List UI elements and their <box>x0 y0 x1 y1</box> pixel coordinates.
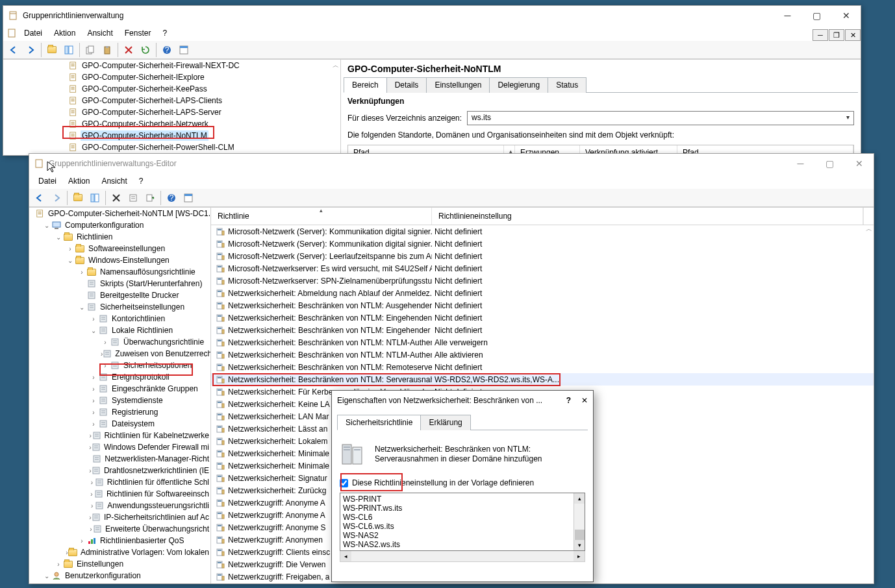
exception-item[interactable]: WS-CL6.ws.its <box>343 522 571 531</box>
tab-bereich[interactable]: Bereich <box>344 77 387 93</box>
maximize-button[interactable]: ▢ <box>802 6 831 25</box>
policy-row[interactable]: Microsoft-Netzwerkserver: SPN-Zielnamenü… <box>211 275 874 287</box>
expand-icon[interactable]: › <box>66 245 75 252</box>
define-template-checkbox[interactable] <box>340 479 348 487</box>
help-button[interactable]: ? <box>164 190 179 206</box>
policy-row[interactable]: Netzwerksicherheit: Beschränken von NTLM… <box>211 361 874 373</box>
gpo-tree[interactable]: GPO-Computer-Sicherheit-Firewall-NEXT-DC… <box>3 60 341 155</box>
titlebar[interactable]: Gruppenrichtlinienverwaltungs-Editor ─ ▢… <box>29 154 874 173</box>
export-button[interactable] <box>142 190 158 206</box>
tree-item[interactable]: GPO-Computer-Sicherheit-NoNTLM [WS-DC1.W <box>29 208 210 219</box>
policy-row[interactable]: Netzwerksicherheit: Beschränken von NTLM… <box>211 336 874 349</box>
policy-row[interactable]: Netzwerksicherheit: Beschränken von NTLM… <box>211 299 874 312</box>
mdi-minimize[interactable]: ─ <box>813 29 828 41</box>
show-hide-tree-button[interactable] <box>87 190 103 206</box>
tree-item[interactable]: › Richtlinien für öffentliche Schl <box>29 476 210 488</box>
forward-button[interactable] <box>49 190 64 206</box>
mdi-close[interactable]: ✕ <box>845 29 861 41</box>
close-button[interactable]: ✕ <box>831 6 861 25</box>
titlebar[interactable]: Gruppenrichtlinienverwaltung ─ ▢ ✕ <box>3 6 861 25</box>
policy-row[interactable]: Netzwerksicherheit: Abmeldung nach Ablau… <box>211 287 874 299</box>
menu-aktion[interactable]: Aktion <box>49 27 81 40</box>
menu-ansicht[interactable]: Ansicht <box>82 27 118 40</box>
close-icon[interactable]: ✕ <box>581 396 588 405</box>
tree-item[interactable]: › Richtlinien für Softwareeinsch <box>29 488 210 500</box>
exception-item[interactable]: WS-CL6 <box>343 513 571 522</box>
tree-item[interactable]: › Windows Defender Firewall mi <box>29 441 210 453</box>
tree-item[interactable]: GPO-Computer-Sicherheit-PowerShell-CLM <box>3 141 340 153</box>
menu-?[interactable]: ? <box>134 175 149 188</box>
menu-aktion[interactable]: Aktion <box>63 175 95 188</box>
back-button[interactable] <box>6 42 21 58</box>
dialog-titlebar[interactable]: Eigenschaften von Netzwerksicherheit: Be… <box>332 391 593 410</box>
tree-item[interactable]: › Zuweisen von Benutzerrech <box>29 348 210 360</box>
tab-einstellungen[interactable]: Einstellungen <box>426 77 490 93</box>
policy-row[interactable]: Netzwerksicherheit: Beschränken von NTLM… <box>211 312 874 324</box>
policy-row[interactable]: Netzwerksicherheit: Beschränken von NTLM… <box>211 373 874 386</box>
policy-row[interactable]: Netzwerksicherheit: Beschränken von NTLM… <box>211 349 874 361</box>
scroll-down-icon[interactable]: ▾ <box>574 540 585 550</box>
tree-item[interactable]: › Sicherheitsoptionen <box>29 360 210 371</box>
scroll-up-icon[interactable]: ︿ <box>866 225 872 234</box>
expand-icon[interactable]: › <box>101 339 110 346</box>
expand-icon[interactable]: › <box>77 269 86 276</box>
menu-datei[interactable]: Datei <box>33 175 62 188</box>
exception-item[interactable]: WS-PRINT <box>343 495 571 504</box>
tree-item[interactable]: ⌄ Lokale Richtlinien <box>29 325 210 336</box>
dlg-tab-1[interactable]: Erklärung <box>420 415 470 430</box>
policy-row[interactable]: Microsoft-Netzwerk (Server): Kommunikati… <box>211 238 874 250</box>
menu-datei[interactable]: Datei <box>19 27 47 40</box>
tree-item[interactable]: › Systemdienste <box>29 395 210 406</box>
policy-row[interactable]: Microsoft-Netzwerk (Server): Leerlaufzei… <box>211 250 874 262</box>
settings-tree[interactable]: GPO-Computer-Sicherheit-NoNTLM [WS-DC1.W… <box>29 208 211 583</box>
maximize-button[interactable]: ▢ <box>815 154 844 173</box>
minimize-button[interactable]: ─ <box>773 6 802 25</box>
policy-row[interactable]: Microsoft-Netzwerk (Server): Kommunikati… <box>211 225 874 238</box>
col-policy[interactable]: Richtlinie <box>211 208 432 225</box>
scroll-up-icon[interactable]: ︿ <box>333 61 339 70</box>
tree-item[interactable]: GPO-Computer-Sicherheit-LAPS-Server <box>3 106 340 118</box>
expand-icon[interactable]: › <box>89 315 98 323</box>
tree-item[interactable]: › Drahtlosnetzwerkrichtlinien (IE <box>29 465 210 476</box>
tree-item[interactable]: › Eingeschränkte Gruppen <box>29 383 210 395</box>
dlg-tab-0[interactable]: Sicherheitsrichtlinie <box>337 415 421 430</box>
tree-item[interactable]: › Namensauflösungsrichtlinie <box>29 266 210 278</box>
back-button[interactable] <box>32 190 47 206</box>
policy-row[interactable]: Netzwerksicherheit: Beschränken von NTLM… <box>211 324 874 336</box>
scroll-up-icon[interactable]: ▴ <box>574 493 585 504</box>
tree-item[interactable]: › Richtlinien für Kabelnetzwerke <box>29 430 210 441</box>
col-setting[interactable]: Richtlinieneinstellung <box>432 208 863 225</box>
expand-icon[interactable]: ⌄ <box>42 222 51 229</box>
expand-icon[interactable]: › <box>54 561 63 568</box>
filter-button[interactable] <box>181 190 196 206</box>
tree-item[interactable]: GPO-Computer-Sicherheit-Netzwerk <box>3 118 340 130</box>
tree-item[interactable]: › Überwachungsrichtlinie <box>29 336 210 348</box>
exception-item[interactable]: WS-PRINT.ws.its <box>343 504 571 513</box>
tree-item[interactable]: ⌄ Windows-Einstellungen <box>29 254 210 266</box>
tree-item[interactable]: GPO-Computer-Sicherheit-KeePass <box>3 83 340 95</box>
directory-combo[interactable]: ws.its <box>467 111 854 125</box>
help-button[interactable]: ? <box>159 42 175 58</box>
menu-?[interactable]: ? <box>157 27 172 40</box>
up-folder-button[interactable] <box>70 190 86 206</box>
menu-ansicht[interactable]: Ansicht <box>96 175 132 188</box>
paste-button[interactable] <box>99 42 115 58</box>
expand-icon[interactable]: › <box>89 421 98 428</box>
tree-item[interactable]: GPO-Computer-Sicherheit-IExplore <box>3 71 340 83</box>
refresh-button[interactable] <box>138 42 153 58</box>
expand-icon[interactable]: › <box>89 397 98 404</box>
tree-item[interactable]: ⌄ Benutzerkonfiguration <box>29 570 210 582</box>
delete-button[interactable] <box>121 42 136 58</box>
tree-item[interactable]: › Richtlinienbasierter QoS <box>29 535 210 546</box>
menu-fenster[interactable]: Fenster <box>120 27 157 40</box>
copy-button[interactable] <box>82 42 98 58</box>
tree-item[interactable]: › Kontorichtlinien <box>29 313 210 325</box>
scroll-left-icon[interactable]: ◂ <box>340 551 351 561</box>
horizontal-scrollbar[interactable]: ◂ ▸ <box>340 551 585 562</box>
scroll-thumb[interactable] <box>575 530 585 541</box>
tree-item[interactable]: ⌄ Richtlinien <box>29 231 210 243</box>
tree-item[interactable]: ⌄ Computerkonfiguration <box>29 219 210 231</box>
tab-delegierung[interactable]: Delegierung <box>489 77 548 93</box>
delete-button[interactable] <box>108 190 124 206</box>
policy-columns[interactable]: Richtlinie Richtlinieneinstellung <box>211 208 874 225</box>
